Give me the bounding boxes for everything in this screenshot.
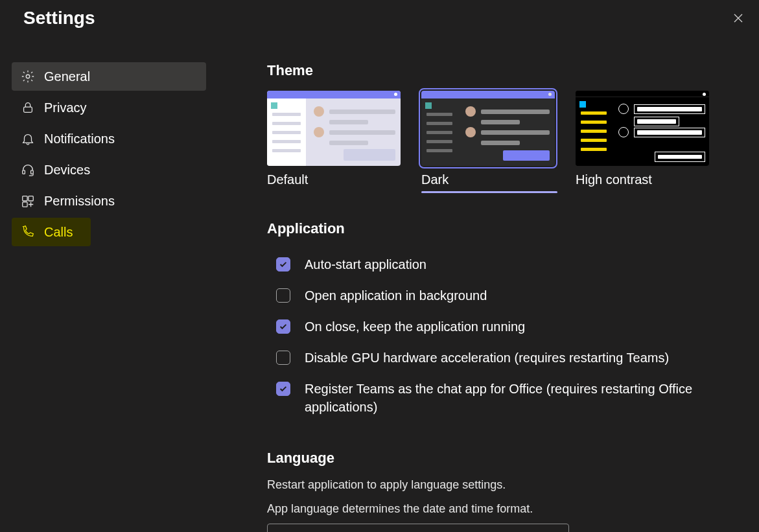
option-disable-gpu[interactable]: Disable GPU hardware acceleration (requi… bbox=[267, 342, 734, 373]
theme-option-high-contrast[interactable]: High contrast bbox=[576, 91, 712, 193]
option-label: Auto-start application bbox=[305, 255, 426, 273]
svg-rect-6 bbox=[23, 202, 27, 207]
sidebar-item-privacy[interactable]: Privacy bbox=[12, 93, 206, 122]
theme-option-default[interactable]: Default bbox=[267, 91, 403, 193]
svg-point-0 bbox=[26, 75, 30, 78]
theme-preview-high-contrast bbox=[576, 91, 709, 166]
theme-label: Default bbox=[267, 172, 403, 187]
application-section: Application Auto-start application Open … bbox=[267, 220, 747, 422]
bell-icon bbox=[21, 132, 35, 146]
sidebar-item-label: Notifications bbox=[44, 132, 115, 146]
sidebar-item-permissions[interactable]: Permissions bbox=[12, 187, 206, 215]
lock-icon bbox=[21, 100, 35, 115]
language-hint-format: App language determines the date and tim… bbox=[267, 502, 747, 516]
headset-icon bbox=[21, 163, 35, 177]
sidebar-item-label: Privacy bbox=[44, 100, 87, 115]
option-auto-start[interactable]: Auto-start application bbox=[267, 249, 734, 280]
sidebar-item-devices[interactable]: Devices bbox=[12, 156, 206, 184]
option-open-background[interactable]: Open application in background bbox=[267, 280, 734, 311]
checkbox[interactable] bbox=[276, 351, 290, 365]
option-register-chat[interactable]: Register Teams as the chat app for Offic… bbox=[267, 373, 734, 422]
svg-rect-4 bbox=[23, 196, 27, 201]
permissions-icon bbox=[21, 194, 35, 208]
settings-sidebar: General Privacy Notifications Devices bbox=[12, 62, 219, 532]
svg-rect-3 bbox=[31, 170, 34, 174]
chevron-down-icon bbox=[549, 529, 559, 532]
sidebar-item-label: Calls bbox=[44, 225, 73, 240]
svg-rect-1 bbox=[24, 107, 32, 112]
gear-icon bbox=[21, 69, 35, 84]
checkbox[interactable] bbox=[276, 319, 290, 334]
option-label: Register Teams as the chat app for Offic… bbox=[305, 380, 734, 416]
section-title-language: Language bbox=[267, 450, 747, 467]
sidebar-item-calls[interactable]: Calls bbox=[12, 218, 91, 246]
theme-preview-default bbox=[267, 91, 401, 166]
language-hint-restart: Restart application to apply language se… bbox=[267, 478, 747, 492]
checkbox[interactable] bbox=[276, 257, 290, 272]
svg-rect-2 bbox=[23, 170, 25, 174]
checkbox[interactable] bbox=[276, 382, 290, 396]
language-section: Language Restart application to apply la… bbox=[267, 450, 747, 532]
sidebar-item-label: Devices bbox=[44, 163, 90, 178]
theme-option-dark[interactable]: Dark bbox=[421, 91, 557, 193]
option-label: On close, keep the application running bbox=[305, 318, 525, 336]
option-label: Disable GPU hardware acceleration (requi… bbox=[305, 349, 669, 367]
sidebar-item-general[interactable]: General bbox=[12, 62, 206, 91]
phone-icon bbox=[21, 225, 35, 239]
theme-preview-dark bbox=[421, 91, 555, 166]
sidebar-item-label: Permissions bbox=[44, 194, 115, 209]
close-icon[interactable] bbox=[732, 12, 745, 25]
option-label: Open application in background bbox=[305, 286, 487, 305]
language-selected-value: English (United States) bbox=[277, 529, 403, 532]
option-keep-running[interactable]: On close, keep the application running bbox=[267, 311, 734, 342]
svg-rect-5 bbox=[29, 196, 33, 201]
section-title-theme: Theme bbox=[267, 62, 747, 79]
theme-label: Dark bbox=[421, 172, 557, 187]
theme-label: High contrast bbox=[576, 172, 712, 187]
checkbox[interactable] bbox=[276, 288, 290, 303]
sidebar-item-label: General bbox=[44, 69, 90, 84]
language-select[interactable]: English (United States) bbox=[267, 524, 569, 532]
sidebar-item-notifications[interactable]: Notifications bbox=[12, 124, 206, 153]
theme-section: Theme bbox=[267, 62, 747, 193]
section-title-application: Application bbox=[267, 220, 747, 237]
page-title: Settings bbox=[23, 8, 95, 29]
